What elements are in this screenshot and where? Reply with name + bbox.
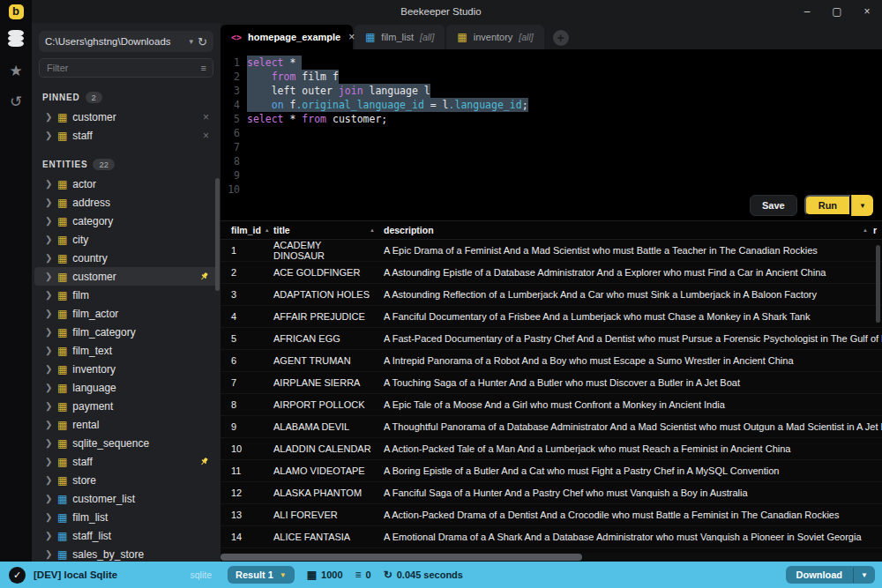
chevron-right-icon[interactable]: ❯: [45, 549, 52, 559]
code-line[interactable]: 9: [220, 168, 882, 182]
chevron-right-icon[interactable]: ❯: [45, 130, 52, 140]
cell-film-id[interactable]: 9: [220, 421, 273, 432]
menu-item[interactable]: [95, 9, 111, 14]
entity-item[interactable]: ❯ ▦ customer: [34, 267, 218, 286]
table-row[interactable]: 4 AFFAIR PREJUDICE A Fanciful Documentar…: [220, 306, 882, 328]
cell-film-id[interactable]: 5: [220, 333, 273, 344]
cell-title[interactable]: ALADDIN CALENDAR: [273, 443, 384, 454]
cell-film-id[interactable]: 2: [220, 267, 273, 278]
table-row[interactable]: 6 AGENT TRUMAN A Intrepid Panorama of a …: [220, 350, 882, 372]
results-vertical-scrollbar[interactable]: [876, 245, 880, 323]
entity-item[interactable]: ❯ ▦ sqlite_sequence: [34, 434, 218, 452]
tab[interactable]: ▦ film_list [all]: [355, 25, 445, 49]
cell-title[interactable]: ACE GOLDFINGER: [273, 267, 384, 278]
cell-description[interactable]: A Emotional Drama of a A Shark And a Dat…: [384, 532, 882, 542]
chevron-right-icon[interactable]: ❯: [45, 234, 52, 244]
table-row[interactable]: 5 AFRICAN EGG A Fast-Paced Documentary o…: [220, 328, 882, 350]
code-line[interactable]: 4 on f.original_language_id = l.language…: [220, 98, 882, 112]
table-row[interactable]: 2 ACE GOLDFINGER A Astounding Epistle of…: [220, 262, 882, 284]
cell-title[interactable]: ALABAMA DEVIL: [273, 421, 384, 432]
code-line[interactable]: 1select *: [220, 56, 882, 70]
cell-description[interactable]: A Action-Packed Tale of a Man And a Lumb…: [384, 443, 882, 454]
entity-item[interactable]: ❯ ▦ inventory: [34, 360, 218, 378]
chevron-right-icon[interactable]: ❯: [45, 438, 52, 448]
history-icon[interactable]: ↺: [10, 94, 22, 109]
cell-title[interactable]: ACADEMY DINOSAUR: [273, 240, 384, 261]
cell-description[interactable]: A Touching Saga of a Hunter And a Butler…: [384, 377, 882, 388]
chevron-right-icon[interactable]: ❯: [45, 290, 52, 300]
table-row[interactable]: 10 ALADDIN CALENDAR A Action-Packed Tale…: [220, 438, 882, 460]
tab[interactable]: <> homepage_example ×: [220, 25, 353, 49]
filter-icon[interactable]: ≡: [201, 63, 206, 73]
code-line[interactable]: 5select * from customer;: [220, 112, 882, 126]
pinned-item[interactable]: ❯ ▦ customer ×: [34, 108, 218, 126]
code-line[interactable]: 2 from film f: [220, 70, 882, 84]
cell-film-id[interactable]: 7: [220, 377, 273, 388]
chevron-right-icon[interactable]: ❯: [45, 383, 52, 392]
entity-item[interactable]: ❯ ▦ customer_list: [34, 489, 218, 508]
entity-item[interactable]: ❯ ▦ rental: [34, 415, 218, 434]
table-row[interactable]: 3 ADAPTATION HOLES A Astounding Reflecti…: [220, 284, 882, 306]
result-selector-button[interactable]: Result 1 ▼: [228, 566, 295, 584]
column-header-description[interactable]: description ▲: [384, 225, 873, 235]
chevron-right-icon[interactable]: ❯: [45, 512, 52, 522]
database-icon[interactable]: [7, 30, 25, 48]
tab[interactable]: ▦ inventory [all]: [446, 25, 543, 49]
code-line[interactable]: 8: [220, 154, 882, 168]
entity-item[interactable]: ❯ ▦ film_category: [34, 323, 218, 341]
cell-film-id[interactable]: 11: [220, 465, 273, 476]
cell-description[interactable]: A Action-Packed Drama of a Dentist And a…: [384, 510, 882, 520]
menu-item[interactable]: [76, 9, 92, 14]
entity-item[interactable]: ❯ ▦ film_list: [34, 508, 218, 526]
cell-film-id[interactable]: 1: [220, 245, 273, 256]
table-row[interactable]: 13 ALI FOREVER A Action-Packed Drama of …: [220, 504, 882, 526]
unpin-close-icon[interactable]: ×: [203, 130, 209, 142]
chevron-down-icon[interactable]: ▼: [853, 568, 875, 583]
chevron-right-icon[interactable]: ❯: [45, 475, 52, 485]
cell-description[interactable]: A Fanciful Saga of a Hunter And a Pastry…: [384, 488, 882, 498]
chevron-right-icon[interactable]: ❯: [45, 179, 52, 189]
column-header-title[interactable]: title ▲: [273, 225, 384, 235]
download-button[interactable]: Download ▼: [786, 566, 875, 584]
table-row[interactable]: 1 ACADEMY DINOSAUR A Epic Drama of a Fem…: [220, 240, 882, 262]
code-line[interactable]: 7: [220, 140, 882, 154]
entity-item[interactable]: ❯ ▦ country: [34, 249, 218, 267]
chevron-right-icon[interactable]: ❯: [45, 531, 52, 540]
cell-description[interactable]: A Fast-Paced Documentary of a Pastry Che…: [384, 333, 882, 344]
cell-description[interactable]: A Boring Epistle of a Butler And a Cat w…: [384, 465, 882, 476]
cell-title[interactable]: AIRPORT POLLOCK: [273, 399, 384, 410]
cell-film-id[interactable]: 8: [220, 399, 273, 410]
maximize-button[interactable]: ▢: [822, 0, 852, 23]
cell-film-id[interactable]: 14: [220, 532, 273, 542]
table-row[interactable]: 11 ALAMO VIDEOTAPE A Boring Epistle of a…: [220, 460, 882, 482]
chevron-right-icon[interactable]: ❯: [45, 253, 52, 263]
menu-item[interactable]: [37, 9, 53, 14]
chevron-right-icon[interactable]: ❯: [45, 457, 52, 466]
sort-asc-icon[interactable]: ▲: [370, 227, 375, 233]
table-row[interactable]: 12 ALASKA PHANTOM A Fanciful Saga of a H…: [220, 482, 882, 504]
cell-film-id[interactable]: 12: [220, 488, 273, 498]
minimize-button[interactable]: –: [792, 0, 822, 23]
chevron-right-icon[interactable]: ❯: [45, 309, 52, 318]
entity-item[interactable]: ❯ ▦ language: [34, 378, 218, 397]
unpin-close-icon[interactable]: ×: [203, 111, 209, 123]
chevron-right-icon[interactable]: ❯: [45, 346, 52, 355]
cell-title[interactable]: ALAMO VIDEOTAPE: [273, 465, 384, 476]
chevron-right-icon[interactable]: ❯: [45, 112, 52, 122]
cell-description[interactable]: A Astounding Reflection of a Lumberjack …: [384, 289, 882, 300]
connection-dropdown[interactable]: C:\Users\ghstng\Downloads ▾ ↻: [39, 31, 213, 52]
entity-item[interactable]: ❯ ▦ staff_list: [34, 526, 218, 545]
new-tab-button[interactable]: +: [553, 30, 569, 46]
cell-title[interactable]: AFFAIR PREJUDICE: [273, 311, 384, 322]
chevron-right-icon[interactable]: ❯: [45, 494, 52, 503]
sort-asc-icon[interactable]: ▲: [265, 227, 270, 233]
code-line[interactable]: 3 left outer join language l: [220, 84, 882, 98]
cell-title[interactable]: ADAPTATION HOLES: [273, 289, 384, 300]
chevron-right-icon[interactable]: ❯: [45, 420, 52, 429]
close-button[interactable]: ×: [852, 0, 882, 23]
entity-item[interactable]: ❯ ▦ category: [34, 212, 218, 230]
run-options-caret[interactable]: ▼: [851, 195, 873, 216]
entity-item[interactable]: ❯ ▦ address: [34, 193, 218, 212]
cell-description[interactable]: A Epic Drama of a Feminist And a Mad Sci…: [384, 245, 882, 256]
cell-description[interactable]: A Thoughtful Panorama of a Database Admi…: [384, 421, 882, 432]
